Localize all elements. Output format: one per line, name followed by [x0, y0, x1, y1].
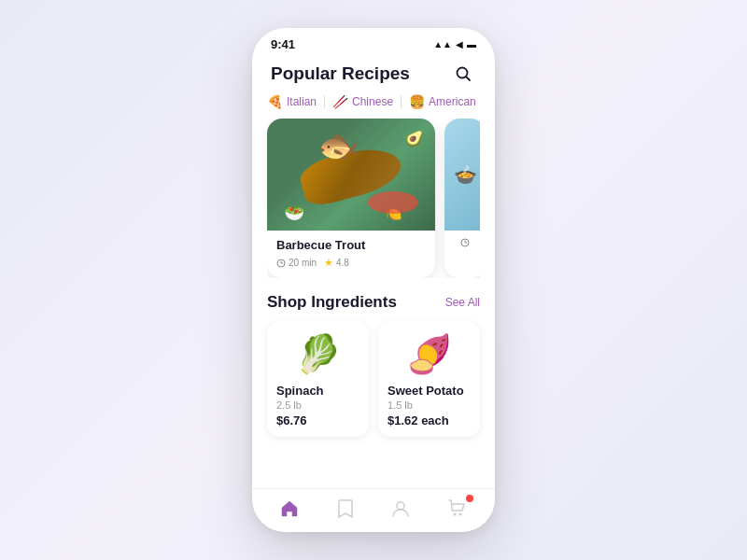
recipe-meta-barbecue-trout: 20 min ★ 4.8: [276, 257, 426, 269]
cart-badge: [466, 495, 473, 502]
svg-point-9: [453, 513, 456, 516]
nav-profile[interactable]: [390, 498, 411, 519]
recipe-rating-value: 4.8: [336, 258, 349, 268]
search-button[interactable]: [450, 61, 476, 87]
recipe-rating: ★ 4.8: [324, 257, 349, 269]
italian-icon: 🍕: [267, 94, 283, 109]
sweet-potato-emoji: 🍠: [406, 332, 453, 376]
recipe-card-barbecue-trout[interactable]: 🐟 🥗 🥑 🍋 Barbecue Trout: [267, 119, 435, 278]
spinach-price: $6.76: [276, 413, 307, 427]
category-chinese[interactable]: 🥢 Chinese: [332, 94, 393, 109]
battery-icon: ▬: [467, 39, 476, 49]
american-label: American: [429, 95, 476, 108]
ingredient-spinach[interactable]: 🥬 Spinach 2.5 lb $6.76: [267, 321, 369, 437]
signal-icon: ▲▲: [433, 39, 452, 49]
spinach-image-area: 🥬: [276, 332, 359, 376]
chinese-label: Chinese: [352, 95, 393, 108]
category-divider-1: [324, 95, 325, 108]
svg-point-8: [397, 502, 404, 510]
shop-title: Shop Ingredients: [267, 293, 397, 312]
category-divider-2: [401, 95, 402, 108]
see-all-button[interactable]: See All: [445, 296, 480, 309]
recipe-info-barbecue-trout: Barbecue Trout 20 min ★ 4.8: [267, 231, 435, 278]
page-title: Popular Recipes: [271, 63, 410, 84]
svg-line-1: [467, 77, 471, 81]
recipe-card-partial[interactable]: 🍲: [444, 119, 480, 278]
cart-icon: [447, 498, 468, 519]
status-time: 9:41: [271, 37, 295, 51]
home-icon: [279, 498, 300, 519]
clock-icon: [276, 259, 286, 268]
category-tabs: 🍕 Italian 🥢 Chinese 🍔 American: [252, 94, 495, 119]
american-icon: 🍔: [409, 94, 425, 109]
recipes-scroll: 🐟 🥗 🥑 🍋 Barbecue Trout: [267, 119, 480, 278]
header: Popular Recipes: [252, 55, 495, 94]
svg-point-10: [458, 513, 461, 516]
spinach-name: Spinach: [276, 384, 324, 398]
sweet-potato-image-area: 🍠: [388, 332, 471, 376]
star-icon: ★: [324, 257, 333, 269]
ingredient-sweet-potato[interactable]: 🍠 Sweet Potato 1.5 lb $1.62 each: [378, 321, 480, 437]
profile-icon: [390, 498, 411, 519]
shop-header: Shop Ingredients See All: [267, 293, 480, 312]
ingredients-grid: 🥬 Spinach 2.5 lb $6.76 🍠 Sweet Potato 1.…: [267, 321, 480, 437]
nav-cart[interactable]: [447, 498, 468, 519]
spinach-emoji: 🥬: [295, 332, 342, 376]
sweet-potato-price: $1.62 each: [388, 413, 449, 427]
shop-section: Shop Ingredients See All 🥬 Spinach 2.5 l…: [252, 284, 495, 488]
nav-bookmark[interactable]: [336, 498, 355, 519]
recipe-name-barbecue-trout: Barbecue Trout: [276, 238, 426, 252]
category-italian[interactable]: 🍕 Italian: [267, 94, 317, 109]
sweet-potato-weight: 1.5 lb: [388, 399, 413, 411]
status-bar: 9:41 ▲▲ ◀ ▬: [252, 28, 495, 55]
recipes-section: 🐟 🥗 🥑 🍋 Barbecue Trout: [252, 119, 495, 284]
nav-home[interactable]: [279, 498, 300, 519]
wifi-icon: ◀: [456, 39, 463, 49]
recipe-time: 20 min: [276, 258, 317, 268]
category-american[interactable]: 🍔 American: [409, 94, 476, 109]
partial-clock-icon: [460, 238, 470, 247]
italian-label: Italian: [287, 95, 317, 108]
chinese-icon: 🥢: [332, 94, 348, 109]
recipe-image-partial: 🍲: [444, 119, 480, 231]
svg-point-0: [458, 68, 468, 78]
partial-card-meta: [444, 231, 480, 257]
status-icons: ▲▲ ◀ ▬: [433, 39, 476, 49]
spinach-weight: 2.5 lb: [276, 399, 302, 411]
bottom-nav: [252, 488, 495, 532]
bookmark-icon: [336, 498, 355, 519]
recipe-time-value: 20 min: [289, 258, 317, 268]
recipe-image-barbecue-trout: 🐟 🥗 🥑 🍋: [267, 119, 435, 231]
phone-frame: 9:41 ▲▲ ◀ ▬ Popular Recipes 🍕 Italian 🥢 …: [252, 28, 495, 532]
sweet-potato-name: Sweet Potato: [388, 384, 464, 398]
